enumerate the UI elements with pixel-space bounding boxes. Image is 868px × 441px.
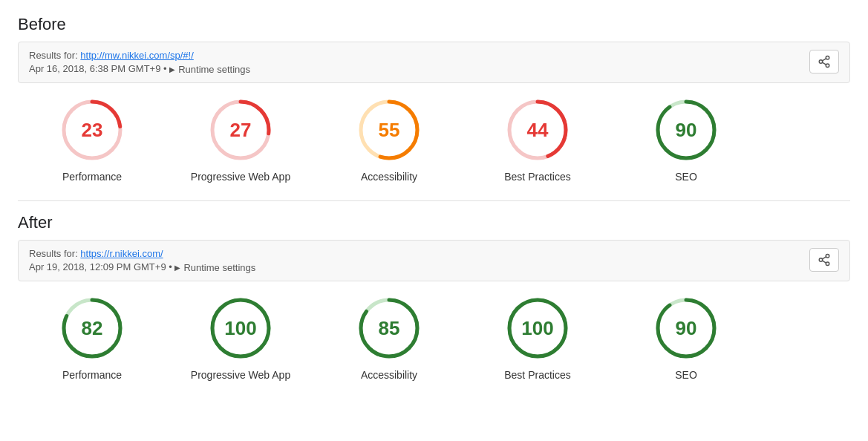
result-meta: Apr 19, 2018, 12:09 PM GMT+9 • ▶ Runtime…	[29, 261, 255, 273]
score-circle-best-practices: 44	[504, 97, 571, 163]
scores-row: 23 Performance 27 Progressive Web App	[18, 97, 850, 183]
score-value-performance: 23	[82, 119, 103, 142]
runtime-settings[interactable]: ▶ Runtime settings	[169, 64, 250, 75]
section-after: After Results for: https://r.nikkei.com/…	[18, 213, 850, 381]
score-circle-performance: 23	[59, 97, 125, 163]
score-label-performance: Performance	[62, 369, 122, 381]
section-heading: After	[18, 213, 850, 232]
scores-row: 82 Performance 100 Progressive Web App	[18, 295, 850, 381]
score-value-performance: 82	[82, 317, 103, 340]
share-icon	[818, 55, 831, 68]
result-info: Results for: http://mw.nikkei.com/sp/#!/…	[29, 50, 250, 75]
result-bar: Results for: http://mw.nikkei.com/sp/#!/…	[18, 42, 850, 83]
score-circle-pwa: 27	[207, 97, 274, 163]
score-item-best-practices: 44 Best Practices	[463, 97, 612, 183]
score-value-pwa: 100	[224, 317, 256, 340]
score-label-performance: Performance	[62, 171, 122, 183]
score-label-accessibility: Accessibility	[361, 369, 417, 381]
score-value-best-practices: 44	[527, 119, 549, 142]
score-item-seo: 90 SEO	[612, 295, 760, 381]
score-circle-best-practices: 100	[504, 295, 571, 362]
share-icon	[818, 253, 831, 267]
score-label-seo: SEO	[675, 171, 697, 183]
result-bar: Results for: https://r.nikkei.com/ Apr 1…	[18, 240, 850, 281]
score-label-pwa: Progressive Web App	[191, 171, 290, 183]
score-value-seo: 90	[676, 317, 697, 340]
result-url[interactable]: https://r.nikkei.com/	[80, 248, 163, 259]
result-meta: Apr 16, 2018, 6:38 PM GMT+9 • ▶ Runtime …	[29, 63, 250, 75]
score-value-best-practices: 100	[521, 317, 553, 340]
score-value-accessibility: 55	[379, 119, 400, 142]
share-button[interactable]	[809, 50, 839, 74]
svg-line-4	[822, 59, 826, 61]
score-item-pwa: 100 Progressive Web App	[166, 295, 315, 381]
score-circle-seo: 90	[653, 295, 719, 362]
score-circle-pwa: 100	[207, 295, 274, 362]
share-button[interactable]	[809, 248, 839, 272]
results-label: Results for: http://mw.nikkei.com/sp/#!/	[29, 50, 250, 61]
score-circle-performance: 82	[59, 295, 125, 362]
svg-line-3	[822, 62, 826, 65]
score-item-best-practices: 100 Best Practices	[463, 295, 612, 381]
result-info: Results for: https://r.nikkei.com/ Apr 1…	[29, 248, 255, 273]
score-label-best-practices: Best Practices	[504, 369, 570, 381]
score-item-accessibility: 55 Accessibility	[315, 97, 463, 183]
section-separator	[18, 200, 850, 201]
score-item-pwa: 27 Progressive Web App	[166, 97, 315, 183]
svg-line-19	[822, 257, 826, 259]
results-label: Results for: https://r.nikkei.com/	[29, 248, 255, 259]
score-value-pwa: 27	[230, 119, 252, 142]
score-item-seo: 90 SEO	[612, 97, 760, 183]
score-item-accessibility: 85 Accessibility	[315, 295, 463, 381]
score-label-best-practices: Best Practices	[504, 171, 570, 183]
runtime-settings[interactable]: ▶ Runtime settings	[174, 262, 255, 273]
result-url[interactable]: http://mw.nikkei.com/sp/#!/	[80, 50, 193, 61]
section-before: Before Results for: http://mw.nikkei.com…	[18, 15, 850, 183]
score-circle-accessibility: 85	[356, 295, 422, 362]
score-value-accessibility: 85	[379, 317, 400, 340]
score-label-seo: SEO	[675, 369, 697, 381]
score-label-pwa: Progressive Web App	[191, 369, 290, 381]
score-value-seo: 90	[676, 119, 697, 142]
score-circle-seo: 90	[653, 97, 719, 163]
score-item-performance: 82 Performance	[18, 295, 166, 381]
svg-line-18	[822, 261, 826, 263]
arrow-icon: ▶	[174, 264, 180, 272]
arrow-icon: ▶	[169, 65, 175, 74]
score-item-performance: 23 Performance	[18, 97, 166, 183]
score-label-accessibility: Accessibility	[361, 171, 417, 183]
score-circle-accessibility: 55	[356, 97, 422, 163]
section-heading: Before	[18, 15, 850, 34]
